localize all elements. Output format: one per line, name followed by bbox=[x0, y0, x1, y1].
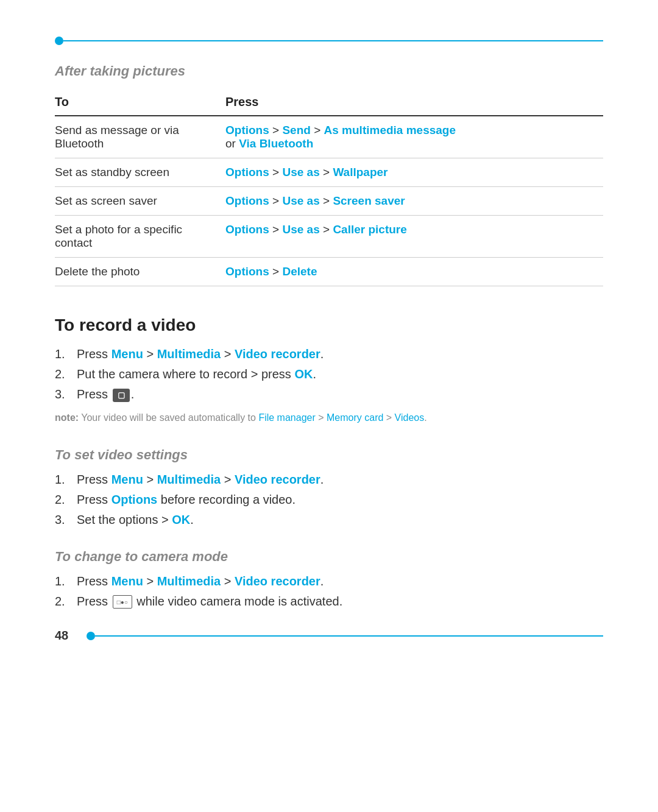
options-label: Options bbox=[225, 223, 269, 236]
step-number: 3. bbox=[55, 513, 77, 527]
change-camera-mode-steps: 1. Press Menu > Multimedia > Video recor… bbox=[55, 574, 603, 609]
delete-label: Delete bbox=[282, 265, 317, 278]
file-manager-link: File manager bbox=[258, 412, 315, 423]
table-cell-to: Set a photo for a specific contact bbox=[55, 216, 225, 258]
list-item: 3. Press ▢. bbox=[55, 387, 603, 402]
change-camera-mode-heading: To change to camera mode bbox=[55, 549, 603, 565]
step-text: Press Options before recording a video. bbox=[77, 493, 295, 507]
menu-label: Menu bbox=[111, 347, 143, 361]
menu-label: Menu bbox=[111, 574, 143, 588]
rec-icon: ▢ bbox=[113, 389, 130, 402]
table-row: Set a photo for a specific contact Optio… bbox=[55, 216, 603, 258]
table-cell-press: Options > Send > As multimedia message o… bbox=[225, 116, 603, 158]
table-cell-press: Options > Use as > Caller picture bbox=[225, 216, 603, 258]
camera-mode-icon: □●○ bbox=[113, 595, 132, 609]
step-number: 2. bbox=[55, 595, 77, 609]
options-label: Options bbox=[225, 194, 269, 207]
options-table: To Press Send as message or via Bluetoot… bbox=[55, 89, 603, 286]
list-item: 1. Press Menu > Multimedia > Video recor… bbox=[55, 574, 603, 588]
wallpaper-label: Wallpaper bbox=[333, 166, 387, 178]
table-cell-to: Send as message or via Bluetooth bbox=[55, 116, 225, 158]
step-number: 1. bbox=[55, 347, 77, 361]
record-video-heading: To record a video bbox=[55, 316, 603, 335]
note-label: note: bbox=[55, 412, 79, 423]
table-cell-press: Options > Use as > Wallpaper bbox=[225, 158, 603, 187]
note-text: note: Your video will be saved automatic… bbox=[55, 411, 603, 425]
options-label: Options bbox=[225, 265, 269, 278]
use-as-label: Use as bbox=[282, 166, 319, 178]
step-number: 1. bbox=[55, 473, 77, 487]
step-number: 1. bbox=[55, 574, 77, 588]
bottom-rule: 48 bbox=[0, 629, 658, 643]
bottom-rule-dot bbox=[87, 632, 95, 640]
video-recorder-label: Video recorder bbox=[235, 347, 320, 361]
table-cell-to: Set as standby screen bbox=[55, 158, 225, 187]
screen-saver-label: Screen saver bbox=[333, 194, 405, 207]
step-number: 3. bbox=[55, 387, 77, 401]
top-rule-line bbox=[63, 40, 603, 41]
ok-label: OK bbox=[172, 513, 190, 526]
table-row: Set as standby screen Options > Use as >… bbox=[55, 158, 603, 187]
col1-header: To bbox=[55, 89, 225, 116]
caller-picture-label: Caller picture bbox=[333, 223, 406, 236]
col2-header: Press bbox=[225, 89, 603, 116]
options-label: Options bbox=[111, 493, 158, 506]
list-item: 2. Put the camera where to record > pres… bbox=[55, 367, 603, 381]
step-text: Press □●○ while video camera mode is act… bbox=[77, 595, 342, 609]
multimedia-label: Multimedia bbox=[157, 574, 221, 588]
table-row: Send as message or via Bluetooth Options… bbox=[55, 116, 603, 158]
use-as-label: Use as bbox=[282, 194, 319, 207]
ok-label: OK bbox=[294, 367, 313, 381]
table-cell-press: Options > Delete bbox=[225, 258, 603, 286]
table-row: Delete the photo Options > Delete bbox=[55, 258, 603, 286]
after-taking-pictures-heading: After taking pictures bbox=[55, 63, 603, 79]
list-item: 2. Press Options before recording a vide… bbox=[55, 493, 603, 507]
step-text: Press Menu > Multimedia > Video recorder… bbox=[77, 574, 324, 588]
top-rule-dot bbox=[55, 37, 63, 45]
step-text: Press Menu > Multimedia > Video recorder… bbox=[77, 473, 324, 487]
multimedia-label: Multimedia bbox=[157, 347, 221, 361]
top-rule bbox=[55, 37, 603, 45]
change-camera-mode-section: To change to camera mode 1. Press Menu >… bbox=[55, 549, 603, 609]
set-video-settings-section: To set video settings 1. Press Menu > Mu… bbox=[55, 447, 603, 527]
record-video-section: To record a video 1. Press Menu > Multim… bbox=[55, 316, 603, 425]
table-cell-press: Options > Use as > Screen saver bbox=[225, 187, 603, 216]
use-as-label: Use as bbox=[282, 223, 319, 236]
video-recorder-label: Video recorder bbox=[235, 574, 320, 588]
send-label: Send bbox=[282, 124, 310, 136]
options-label: Options bbox=[225, 124, 269, 136]
memory-card-link: Memory card bbox=[327, 412, 383, 423]
set-video-settings-heading: To set video settings bbox=[55, 447, 603, 463]
page-container: After taking pictures To Press Send as m… bbox=[0, 0, 658, 667]
after-taking-pictures-section: After taking pictures To Press Send as m… bbox=[55, 63, 603, 286]
bottom-rule-line bbox=[95, 635, 603, 637]
step-text: Press ▢. bbox=[77, 387, 134, 402]
list-item: 1. Press Menu > Multimedia > Video recor… bbox=[55, 473, 603, 487]
page-number: 48 bbox=[55, 629, 77, 643]
step-number: 2. bbox=[55, 367, 77, 381]
menu-label: Menu bbox=[111, 473, 143, 486]
step-number: 2. bbox=[55, 493, 77, 507]
multimedia-message-label: As multimedia message bbox=[324, 124, 456, 136]
videos-link: Videos bbox=[395, 412, 425, 423]
table-cell-to: Set as screen saver bbox=[55, 187, 225, 216]
table-row: Set as screen saver Options > Use as > S… bbox=[55, 187, 603, 216]
multimedia-label: Multimedia bbox=[157, 473, 221, 486]
table-cell-to: Delete the photo bbox=[55, 258, 225, 286]
step-text: Put the camera where to record > press O… bbox=[77, 367, 316, 381]
video-recorder-label: Video recorder bbox=[235, 473, 320, 486]
via-bluetooth-label: Via Bluetooth bbox=[239, 137, 313, 150]
list-item: 2. Press □●○ while video camera mode is … bbox=[55, 595, 603, 609]
options-label: Options bbox=[225, 166, 269, 178]
list-item: 1. Press Menu > Multimedia > Video recor… bbox=[55, 347, 603, 361]
step-text: Press Menu > Multimedia > Video recorder… bbox=[77, 347, 324, 361]
step-text: Set the options > OK. bbox=[77, 513, 194, 527]
record-video-steps: 1. Press Menu > Multimedia > Video recor… bbox=[55, 347, 603, 402]
note-body: Your video will be saved automatically t… bbox=[81, 412, 426, 423]
set-video-settings-steps: 1. Press Menu > Multimedia > Video recor… bbox=[55, 473, 603, 527]
list-item: 3. Set the options > OK. bbox=[55, 513, 603, 527]
